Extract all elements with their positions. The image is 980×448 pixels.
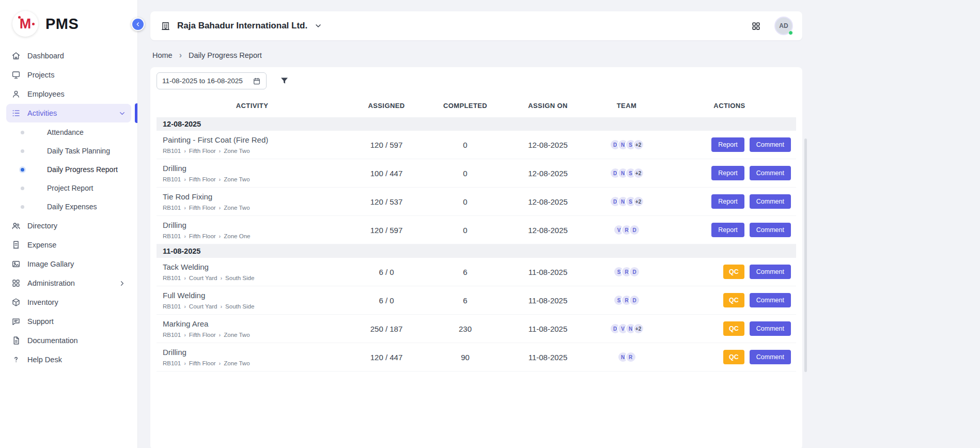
comment-button[interactable]: Comment: [750, 223, 791, 237]
breadcrumb-item-home[interactable]: Home: [152, 51, 173, 59]
sidebar-subitem-daily-task-planning[interactable]: Daily Task Planning: [6, 142, 131, 160]
sidebar-subitem-attendance[interactable]: Attendance: [6, 123, 131, 142]
chevron-right-icon: [118, 280, 126, 287]
user-avatar[interactable]: AD: [775, 18, 792, 34]
app-root: M PMS DashboardProjectsEmployeesActiviti…: [0, 0, 980, 448]
row-actions: ReportComment: [663, 166, 796, 180]
chevron-right-icon: ›: [219, 332, 221, 338]
sidebar-item-documentation[interactable]: Documentation: [6, 331, 131, 350]
column-header-assign-on: ASSIGN ON: [505, 102, 590, 110]
comment-button[interactable]: Comment: [750, 321, 791, 336]
sidebar-item-label: Support: [27, 317, 54, 326]
qc-button[interactable]: QC: [723, 293, 744, 307]
comment-button[interactable]: Comment: [750, 137, 791, 152]
table-row: Tie Rod Fixing RB101›Fifth Floor›Zone Tw…: [157, 188, 796, 216]
comment-button[interactable]: Comment: [750, 194, 791, 209]
completed-value: 90: [425, 353, 505, 362]
sidebar-item-administration[interactable]: Administration: [6, 274, 131, 292]
directory-icon: [11, 221, 21, 230]
report-button[interactable]: Report: [711, 194, 744, 209]
breadcrumb-separator-icon: ›: [179, 51, 182, 60]
completed-value: 6: [425, 296, 505, 305]
qc-button[interactable]: QC: [723, 321, 744, 336]
sidebar-item-dashboard[interactable]: Dashboard: [6, 47, 131, 65]
scrollbar-thumb[interactable]: [804, 138, 807, 372]
table-row: Full Welding RB101›Court Yard›South Side…: [157, 286, 796, 315]
report-button[interactable]: Report: [711, 223, 744, 237]
apps-grid-icon[interactable]: [751, 21, 761, 31]
table-row: Drilling RB101›Fifth Floor›Zone One 120 …: [157, 216, 796, 244]
sidebar: M PMS DashboardProjectsEmployeesActiviti…: [0, 0, 138, 448]
path-segment: RB101: [163, 275, 181, 281]
path-segment: RB101: [163, 176, 181, 182]
assigned-value: 100 / 447: [348, 169, 425, 178]
assigned-value: 120 / 597: [348, 226, 425, 235]
path-segment: Fifth Floor: [189, 332, 216, 338]
bullet-icon: [21, 205, 24, 209]
chevron-right-icon: ›: [184, 148, 186, 154]
comment-button[interactable]: Comment: [750, 350, 791, 364]
comment-button[interactable]: Comment: [750, 265, 791, 279]
bullet-icon: [21, 168, 24, 172]
bullet-icon: [21, 131, 24, 134]
sidebar-item-projects[interactable]: Projects: [6, 66, 131, 84]
dashboard-icon: [11, 51, 21, 60]
activity-cell: Drilling RB101›Fifth Floor›Zone Two: [157, 348, 348, 366]
sidebar-item-inventory[interactable]: Inventory: [6, 293, 131, 312]
company-selector[interactable]: Raja Bahadur International Ltd.: [161, 21, 322, 31]
sidebar-item-employees[interactable]: Employees: [6, 85, 131, 103]
sidebar-item-support[interactable]: Support: [6, 312, 131, 331]
chevron-down-icon: [314, 22, 322, 30]
chevron-right-icon: ›: [219, 361, 221, 366]
date-range-input[interactable]: 11-08-2025 to 16-08-2025: [157, 72, 267, 89]
table-row: Painting - First Coat (Fire Red) RB101›F…: [157, 131, 796, 159]
sidebar-item-directory[interactable]: Directory: [6, 217, 131, 235]
activity-name: Full Welding: [163, 291, 348, 300]
report-button[interactable]: Report: [711, 166, 744, 180]
sidebar-item-image-gallary[interactable]: Image Gallary: [6, 255, 131, 273]
assign-on-value: 12-08-2025: [505, 226, 590, 235]
report-button[interactable]: Report: [711, 137, 744, 152]
team-more-chip: +2: [633, 323, 644, 334]
comment-button[interactable]: Comment: [750, 166, 791, 180]
sidebar-item-label: Activities: [27, 109, 57, 117]
sidebar-item-label: Employees: [27, 90, 65, 98]
sidebar-collapse-button[interactable]: [131, 18, 145, 31]
sidebar-subitem-label: Daily Task Planning: [47, 147, 110, 155]
gallery-icon: [11, 259, 21, 269]
breadcrumb: Home›Daily Progress Report: [152, 51, 980, 60]
avatar-initials: AD: [779, 22, 788, 29]
online-status-dot: [788, 30, 793, 35]
sidebar-subitem-project-report[interactable]: Project Report: [6, 179, 131, 197]
sidebar-item-help-desk[interactable]: Help Desk: [6, 350, 131, 369]
sidebar-subitem-label: Attendance: [47, 128, 84, 136]
sidebar-submenu: AttendanceDaily Task PlanningDaily Progr…: [6, 123, 131, 216]
sidebar-item-label: Documentation: [27, 336, 78, 345]
assign-on-value: 12-08-2025: [505, 141, 590, 149]
chevron-right-icon: ›: [184, 332, 186, 338]
chevron-right-icon: ›: [184, 205, 186, 211]
completed-value: 0: [425, 226, 505, 235]
assign-on-value: 11-08-2025: [505, 325, 590, 333]
sidebar-subitem-daily-expenses[interactable]: Daily Expenses: [6, 197, 131, 216]
sidebar-subitem-daily-progress-report[interactable]: Daily Progress Report: [6, 160, 131, 179]
main-area: Raja Bahadur International Ltd. AD Home›…: [138, 0, 980, 448]
bullet-icon: [21, 187, 24, 190]
activity-cell: Tie Rod Fixing RB101›Fifth Floor›Zone Tw…: [157, 192, 348, 211]
row-actions: QCComment: [663, 293, 796, 307]
chevron-right-icon: ›: [219, 148, 221, 154]
comment-button[interactable]: Comment: [750, 293, 791, 307]
date-group-header: 11-08-2025: [157, 244, 796, 258]
sidebar-item-activities[interactable]: Activities: [6, 104, 131, 122]
team-avatar-chip: R: [625, 351, 636, 363]
qc-button[interactable]: QC: [723, 265, 744, 279]
team-avatars: SRD: [590, 295, 663, 306]
qc-button[interactable]: QC: [723, 350, 744, 364]
activity-location-path: RB101›Fifth Floor›Zone Two: [163, 332, 348, 338]
activity-location-path: RB101›Court Yard›South Side: [163, 303, 348, 310]
date-range-value: 11-08-2025 to 16-08-2025: [162, 77, 243, 85]
filter-funnel-icon[interactable]: [279, 76, 289, 86]
activity-name: Tack Welding: [163, 262, 348, 271]
sidebar-item-expense[interactable]: Expense: [6, 236, 131, 254]
team-avatars: NR: [590, 351, 663, 363]
